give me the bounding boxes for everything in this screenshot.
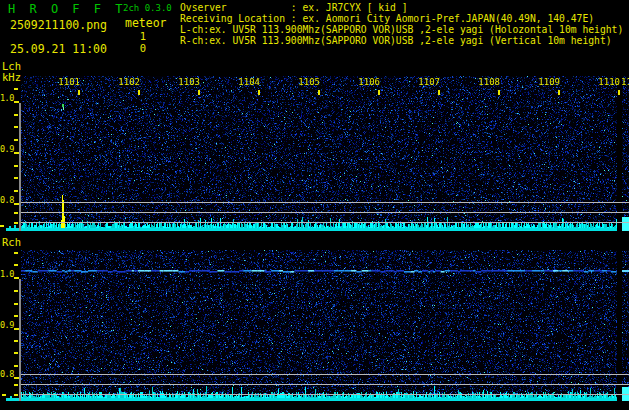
lch-spectrogram	[21, 76, 629, 231]
lch-ytick-label: 0.9	[0, 145, 14, 154]
lch-meteor-count: 1	[120, 31, 146, 42]
time-tick	[198, 90, 200, 95]
lch-ytick-label: 0.8	[0, 196, 14, 205]
lch-channel-label: Lch	[2, 61, 21, 72]
rch-minor-tick	[14, 315, 18, 317]
time-label: 1105	[296, 78, 320, 87]
time-tick	[318, 90, 320, 95]
time-tick	[138, 90, 140, 95]
time-tick	[438, 90, 440, 95]
time-label: 1106	[356, 78, 380, 87]
time-tick	[558, 90, 560, 95]
rch-minor-tick	[14, 252, 18, 254]
rch-trace-bump	[10, 396, 12, 398]
lch-minor-tick	[14, 190, 18, 192]
rch-minor-tick	[14, 384, 18, 386]
time-tick	[618, 90, 620, 95]
rch-y-axis-line	[19, 279, 21, 401]
rch-spectrogram	[21, 250, 629, 401]
time-label: 1102	[116, 78, 140, 87]
app-title: H R O F F T	[8, 3, 126, 15]
time-label: 1110	[596, 78, 620, 87]
lch-major-tick	[14, 101, 19, 103]
rch-minor-tick	[14, 365, 18, 367]
lch-gridline	[19, 222, 629, 223]
lch-ytick-label: 1.0	[0, 94, 14, 103]
output-filename: 2509211100.png	[10, 20, 107, 32]
time-label: 1101	[56, 78, 80, 87]
lch-minor-tick	[14, 165, 18, 167]
hrofft-screen: H R O F F T 2ch 0.3.0 2509211100.png met…	[0, 0, 629, 410]
rch-ytick-label: 0.8	[0, 370, 14, 379]
datetime-label: 25.09.21 11:00	[10, 44, 107, 56]
lch-major-tick	[14, 203, 19, 205]
rch-channel-label: Rch	[2, 237, 21, 248]
lch-minor-tick	[14, 88, 18, 90]
rch-gridline	[19, 394, 629, 395]
rch-gridline	[19, 384, 629, 385]
rch-minor-tick	[14, 264, 18, 266]
time-tick	[258, 90, 260, 95]
rch-ytick-label: 1.0	[0, 270, 14, 279]
lch-gridline	[19, 202, 629, 203]
rch-major-tick	[14, 277, 19, 279]
location-line: Receiving Location : ex. Aomori City Aom…	[180, 14, 594, 24]
time-label-edge: 11	[621, 78, 629, 87]
rch-minor-tick	[14, 352, 18, 354]
lch-gridline	[19, 212, 629, 213]
rch-gridline	[19, 374, 629, 375]
lch-minor-tick	[14, 139, 18, 141]
lch-minor-tick	[14, 212, 18, 214]
rch-trace-tick	[2, 394, 6, 396]
time-label: 1103	[176, 78, 200, 87]
lch-antenna-line: L-ch:ex. UV5R 113.900Mhz(SAPPORO VOR)USB…	[180, 25, 623, 35]
khz-unit-label: kHz	[2, 72, 21, 83]
rch-minor-tick	[14, 340, 18, 342]
rch-major-tick	[14, 328, 19, 330]
app-version: 2ch 0.3.0	[123, 4, 172, 13]
rch-minor-tick	[14, 290, 18, 292]
lch-minor-tick	[14, 126, 18, 128]
lch-minor-tick	[14, 177, 18, 179]
rch-ytick-label: 0.9	[0, 321, 14, 330]
lch-trace-tick	[0, 225, 4, 227]
time-tick	[78, 90, 80, 95]
lch-minor-tick	[14, 222, 18, 224]
rch-major-tick	[14, 377, 19, 379]
mode-label: meteor	[125, 18, 167, 30]
rch-antenna-line: R-ch:ex. UV5R 113.900Mhz(SAPPORO VOR)USB…	[180, 36, 612, 46]
lch-minor-tick	[14, 114, 18, 116]
rch-minor-tick	[14, 394, 18, 396]
lch-y-axis-line	[19, 103, 21, 231]
rch-minor-tick	[14, 303, 18, 305]
lch-trace-bump	[9, 226, 11, 228]
time-label: 1104	[236, 78, 260, 87]
time-label: 1108	[476, 78, 500, 87]
time-tick	[498, 90, 500, 95]
time-label: 1107	[416, 78, 440, 87]
observer-line: Ovserver : ex. JR7CYX [ kid ]	[180, 3, 407, 13]
time-label: 1109	[536, 78, 560, 87]
lch-major-tick	[14, 152, 19, 154]
time-tick	[378, 90, 380, 95]
rch-meteor-count: 0	[120, 43, 146, 54]
lch-trace-bump	[14, 225, 16, 228]
